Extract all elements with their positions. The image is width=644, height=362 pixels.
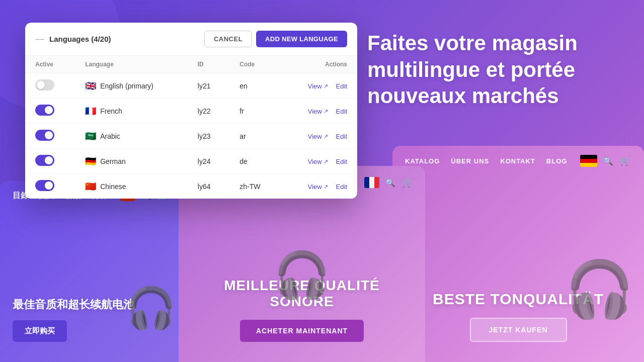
flag-1: 🇫🇷 — [85, 106, 96, 117]
toggle-cell-4[interactable] — [25, 174, 75, 199]
language-name-cell-4: 🇨🇳 Chinese — [75, 174, 188, 199]
table-row: 🇸🇦 Arabic ly23 ar View ↗ Edit — [25, 124, 357, 149]
earbuds-de-decoration: 🎧 — [565, 257, 634, 322]
table-row: 🇨🇳 Chinese ly64 zh-TW View ↗ Edit — [25, 174, 357, 199]
flag-3: 🇩🇪 — [85, 156, 96, 167]
view-link-1[interactable]: View ↗ — [308, 108, 328, 115]
de-nav-item-2: ÜBER UNS — [451, 157, 489, 165]
col-actions: Actions — [282, 56, 357, 73]
language-label-1: French — [100, 107, 122, 115]
flag-4: 🇨🇳 — [85, 181, 96, 192]
toggle-cell-3[interactable] — [25, 149, 75, 174]
add-language-button[interactable]: ADD NEW LANGUAGE — [256, 31, 347, 47]
de-nav-item-1: KATALOG — [405, 157, 440, 165]
zh-cta-button[interactable]: 立即购买 — [13, 320, 67, 342]
de-nav-item-4: BLOG — [546, 157, 568, 165]
view-link-4[interactable]: View ↗ — [308, 183, 328, 191]
language-name-cell-2: 🇸🇦 Arabic — [75, 124, 188, 149]
view-link-2[interactable]: View ↗ — [308, 133, 328, 140]
edit-link-2[interactable]: Edit — [336, 133, 347, 140]
language-toggle-2[interactable] — [35, 130, 54, 141]
language-label-3: German — [100, 157, 126, 165]
code-cell-1: fr — [229, 99, 281, 124]
language-toggle-0[interactable] — [35, 79, 54, 90]
flag-2: 🇸🇦 — [85, 131, 96, 142]
id-cell-1: ly22 — [188, 99, 230, 124]
cancel-button[interactable]: CANCEL — [204, 31, 252, 47]
de-flag-wrap: 🔍 🛒 — [580, 155, 631, 167]
french-flag — [364, 177, 379, 188]
language-name-cell-3: 🇩🇪 German — [75, 149, 188, 174]
edit-link-3[interactable]: Edit — [336, 158, 347, 165]
language-toggle-1[interactable] — [35, 105, 54, 116]
edit-link-1[interactable]: Edit — [336, 108, 347, 115]
col-active: Active — [25, 56, 75, 73]
language-name-cell-0: 🇬🇧 English (primary) — [75, 73, 188, 99]
de-search-icon: 🔍 — [603, 156, 614, 166]
actions-cell-3: View ↗ Edit — [282, 149, 357, 174]
hero-text: Faites votre magasin multilingue et port… — [367, 30, 619, 110]
id-cell-4: ly64 — [188, 174, 230, 199]
toggle-cell-0[interactable] — [25, 73, 75, 99]
modal-actions: CANCEL ADD NEW LANGUAGE — [204, 31, 347, 47]
col-code: Code — [229, 56, 281, 73]
actions-cell-1: View ↗ Edit — [282, 99, 357, 124]
edit-link-0[interactable]: Edit — [336, 82, 347, 90]
code-cell-3: de — [229, 149, 281, 174]
earbuds-zh-decoration: 🎧 — [126, 285, 176, 332]
store-zh-preview: 目錄 關於 聯繫 博客 🇭🇰 🔍 🛒 🎧 最佳音质和超长续航电池 立即购买 — [0, 181, 181, 362]
earbuds-fr-decoration: 🎧 — [274, 249, 330, 302]
de-cart-icon: 🛒 — [620, 155, 631, 166]
table-header-row: Active Language ID Code Actions — [25, 56, 357, 73]
store-zh-content: 🎧 最佳音质和超长续航电池 立即购买 — [0, 210, 181, 362]
modal-title-area: — Languages (4/20) — [35, 34, 111, 44]
store-de-preview: KATALOG ÜBER UNS KONTAKT BLOG 🔍 🛒 🎧 BEST… — [392, 146, 644, 362]
language-label-2: Arabic — [100, 132, 120, 140]
modal-header: — Languages (4/20) CANCEL ADD NEW LANGUA… — [25, 23, 357, 56]
languages-table: Active Language ID Code Actions 🇬🇧 Engli… — [25, 56, 357, 199]
german-flag — [580, 155, 597, 167]
id-cell-3: ly24 — [188, 149, 230, 174]
code-cell-0: en — [229, 73, 281, 99]
store-de-nav: KATALOG ÜBER UNS KONTAKT BLOG 🔍 🛒 — [392, 146, 644, 176]
actions-cell-4: View ↗ Edit — [282, 174, 357, 199]
fr-cta-button[interactable]: ACHETER MAINTENANT — [240, 320, 364, 342]
de-nav-item-3: KONTAKT — [500, 157, 535, 165]
language-name-cell-1: 🇫🇷 French — [75, 99, 188, 124]
edit-link-4[interactable]: Edit — [336, 183, 347, 191]
store-fr-content: 🎧 MEILLEURE QUALITÉ SONORE ACHETER MAINT… — [179, 199, 425, 362]
language-label-0: English (primary) — [100, 82, 153, 90]
fr-flag-wrap: 🔍 🛒 — [364, 177, 414, 188]
actions-cell-2: View ↗ Edit — [282, 124, 357, 149]
language-toggle-4[interactable] — [35, 180, 54, 191]
view-link-0[interactable]: View ↗ — [308, 82, 328, 90]
fr-cart-icon: 🛒 — [402, 177, 414, 188]
view-link-3[interactable]: View ↗ — [308, 158, 328, 165]
id-cell-0: ly21 — [188, 73, 230, 99]
col-language: Language — [75, 56, 188, 73]
store-de-content: 🎧 BESTE TONQUALITÄT JETZT KAUFEN — [392, 176, 644, 362]
toggle-cell-2[interactable] — [25, 124, 75, 149]
modal-title: Languages (4/20) — [49, 35, 111, 43]
code-cell-2: ar — [229, 124, 281, 149]
flag-0: 🇬🇧 — [85, 80, 96, 92]
table-row: 🇫🇷 French ly22 fr View ↗ Edit — [25, 99, 357, 124]
languages-modal: — Languages (4/20) CANCEL ADD NEW LANGUA… — [25, 23, 357, 199]
toggle-cell-1[interactable] — [25, 99, 75, 124]
id-cell-2: ly23 — [188, 124, 230, 149]
de-cta-button[interactable]: JETZT KAUFEN — [470, 318, 567, 342]
language-toggle-3[interactable] — [35, 155, 54, 166]
col-id: ID — [188, 56, 230, 73]
table-row: 🇬🇧 English (primary) ly21 en View ↗ Edit — [25, 73, 357, 99]
code-cell-4: zh-TW — [229, 174, 281, 199]
fr-search-icon: 🔍 — [385, 178, 396, 188]
actions-cell-0: View ↗ Edit — [282, 73, 357, 99]
modal-dash-icon: — — [35, 34, 44, 44]
table-row: 🇩🇪 German ly24 de View ↗ Edit — [25, 149, 357, 174]
language-label-4: Chinese — [100, 183, 126, 191]
